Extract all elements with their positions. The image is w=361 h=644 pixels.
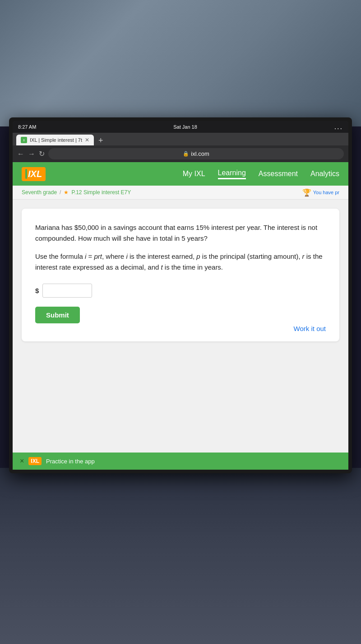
question-card: Mariana has $50,000 in a savings account… xyxy=(22,209,339,341)
submit-button[interactable]: Submit xyxy=(35,307,80,323)
lock-icon: 🔒 xyxy=(183,151,189,157)
tablet-frame: 8:27 AM Sat Jan 18 ... I IXL | Simple in… xyxy=(9,117,352,473)
breadcrumb-skill[interactable]: P.12 Simple interest E7Y xyxy=(71,189,131,196)
app-promo-logo-text: IXL xyxy=(31,458,39,464)
dollar-sign: $ xyxy=(35,287,39,294)
status-time: 8:27 AM xyxy=(18,124,36,130)
new-tab-button[interactable]: + xyxy=(96,136,106,145)
three-dots-menu[interactable]: ... xyxy=(334,123,343,131)
logo-bar xyxy=(25,169,27,179)
nav-my-ixl[interactable]: My IXL xyxy=(183,170,205,178)
trophy-icon: 🏆 xyxy=(302,188,311,197)
trophy-badge: 🏆 You have pr xyxy=(302,188,339,197)
answer-input-row: $ xyxy=(35,284,326,298)
nav-learning[interactable]: Learning xyxy=(218,169,246,179)
breadcrumb-grade[interactable]: Seventh grade xyxy=(22,189,57,196)
tab-bar: I IXL | Simple interest | 7t ✕ + xyxy=(13,133,348,145)
app-promo-text: Practice in the app xyxy=(46,458,95,465)
nav-links: My IXL Learning Assessment Analytics xyxy=(183,169,339,179)
logo-text: IXL xyxy=(28,169,42,179)
status-bar: 8:27 AM Sat Jan 18 ... xyxy=(13,121,348,133)
tab-favicon: I xyxy=(21,137,27,143)
work-it-out-link[interactable]: Work it out xyxy=(294,325,326,332)
app-promo-logo: IXL xyxy=(28,457,42,465)
nav-assessment[interactable]: Assessment xyxy=(259,170,298,178)
ixl-logo: IXL xyxy=(22,167,46,181)
tab-title: IXL | Simple interest | 7t xyxy=(30,137,82,143)
status-date: Sat Jan 18 xyxy=(173,124,197,130)
app-promo-bar: × IXL Practice in the app xyxy=(13,453,348,470)
breadcrumb-star-icon: ★ xyxy=(64,189,69,196)
address-text: ixl.com xyxy=(191,150,209,157)
website-content: IXL My IXL Learning Assessment Analytics… xyxy=(13,162,348,470)
tab-close-button[interactable]: ✕ xyxy=(85,137,89,143)
nav-analytics[interactable]: Analytics xyxy=(310,170,339,178)
back-button[interactable]: ← xyxy=(17,150,24,158)
breadcrumb-skill-id: E7Y xyxy=(121,189,131,196)
breadcrumb-sep1: / xyxy=(60,189,61,196)
refresh-button[interactable]: ↻ xyxy=(39,149,45,158)
breadcrumb-skill-code: P.12 Simple interest xyxy=(71,189,119,196)
ixl-navbar: IXL My IXL Learning Assessment Analytics xyxy=(13,162,348,186)
app-promo-close-button[interactable]: × xyxy=(20,457,24,465)
forward-button[interactable]: → xyxy=(28,150,35,158)
trophy-text: You have pr xyxy=(313,190,339,195)
browser-chrome: 8:27 AM Sat Jan 18 ... I IXL | Simple in… xyxy=(13,121,348,162)
browser-tab-active[interactable]: I IXL | Simple interest | 7t ✕ xyxy=(16,135,94,145)
address-bar[interactable]: 🔒 ixl.com xyxy=(48,148,344,159)
formula-text: Use the formula i = prt, where i is the … xyxy=(35,251,326,273)
question-text: Mariana has $50,000 in a savings account… xyxy=(35,222,326,244)
answer-input[interactable] xyxy=(42,284,92,298)
address-bar-row: ← → ↻ 🔒 ixl.com xyxy=(13,145,348,162)
main-content: Mariana has $50,000 in a savings account… xyxy=(13,200,348,453)
breadcrumb-bar: Seventh grade / ★ P.12 Simple interest E… xyxy=(13,186,348,200)
